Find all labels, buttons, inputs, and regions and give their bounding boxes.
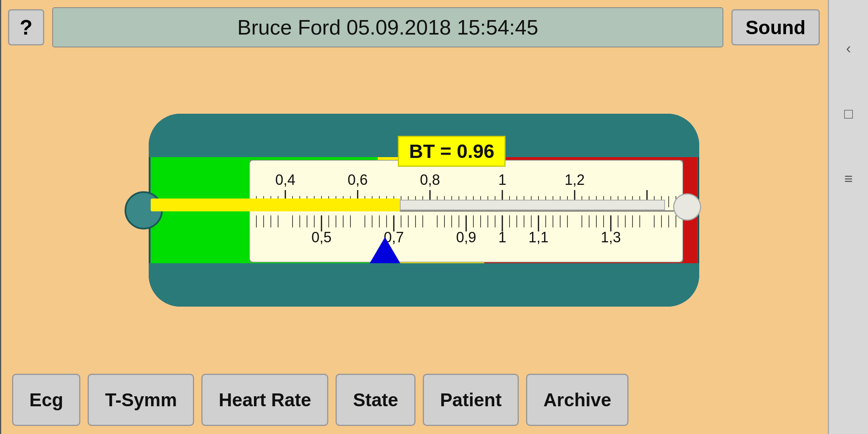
square-icon[interactable]: □ [844, 105, 853, 122]
ecg-button[interactable]: Ecg [12, 374, 80, 426]
svg-text:1: 1 [498, 229, 506, 246]
state-button[interactable]: State [336, 374, 415, 426]
mercury-tube [151, 199, 400, 211]
svg-text:1,1: 1,1 [528, 229, 549, 246]
back-icon[interactable]: ‹ [846, 40, 851, 57]
svg-text:0,9: 0,9 [456, 229, 476, 246]
menu-icon[interactable]: ≡ [844, 170, 853, 187]
right-sidebar: ‹ □ ≡ [828, 0, 868, 434]
archive-button[interactable]: Archive [526, 374, 628, 426]
patient-button[interactable]: Patient [423, 374, 519, 426]
bottom-nav: Ecg T-Symm Heart Rate State Patient Arch… [0, 366, 828, 434]
bt-indicator-triangle [370, 237, 400, 263]
svg-text:0,8: 0,8 [420, 172, 440, 188]
svg-text:1,3: 1,3 [601, 229, 621, 246]
t-symm-button[interactable]: T-Symm [88, 374, 194, 426]
sidebar-divider [0, 0, 1, 434]
svg-text:0,4: 0,4 [275, 172, 295, 188]
svg-text:1,2: 1,2 [565, 172, 585, 188]
header: ? Bruce Ford 05.09.2018 15:54:45 Sound [0, 0, 828, 55]
main-area: ? Bruce Ford 05.09.2018 15:54:45 Sound B… [0, 0, 828, 434]
sound-button[interactable]: Sound [731, 9, 820, 45]
thermometer-widget: BT = 0.96 0,4 0,6 0,8 1 1,2 [125, 114, 703, 307]
thermometer-container: BT = 0.96 0,4 0,6 0,8 1 1,2 [0, 55, 828, 366]
help-button[interactable]: ? [8, 9, 44, 45]
heart-rate-button[interactable]: Heart Rate [201, 374, 328, 426]
bt-label: BT = 0.96 [398, 136, 506, 167]
title-bar: Bruce Ford 05.09.2018 15:54:45 [52, 7, 723, 47]
thermo-frame-bottom [149, 263, 699, 307]
thermo-tube-empty [400, 200, 665, 210]
svg-text:0,6: 0,6 [348, 172, 368, 188]
thermo-bulb-right [673, 193, 701, 221]
svg-text:1: 1 [498, 172, 506, 188]
svg-text:0,5: 0,5 [311, 229, 332, 246]
